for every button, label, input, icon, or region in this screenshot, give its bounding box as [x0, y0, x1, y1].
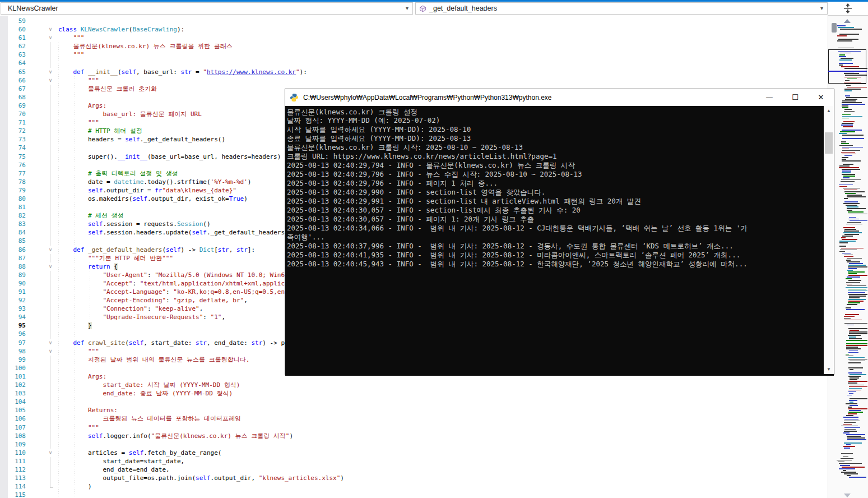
code-line[interactable]: 110∨ articles = self.fetch_by_date_range…: [0, 449, 828, 457]
minimap-line: [843, 470, 846, 471]
minimap-line: [849, 388, 862, 389]
code-text: end_date: 종료 날짜 (YYYY-MM-DD 형식): [58, 389, 233, 398]
fold-chevron-icon[interactable]: ∨: [47, 246, 54, 254]
console-log-line: 2025-08-13 02:40:45,943 - INFO - 범위 내 기사…: [285, 260, 834, 269]
minimap-line: [846, 307, 851, 308]
code-text: headers = self._get_default_headers(): [58, 135, 225, 144]
line-number: 115: [8, 491, 26, 498]
code-line[interactable]: 104: [0, 398, 828, 406]
minimap-line: [843, 227, 855, 228]
code-line[interactable]: 108 self.logger.info("물류신문(klnews.co.kr)…: [0, 432, 828, 440]
code-line[interactable]: 112 end_date=end_date,: [0, 465, 828, 474]
console-log-line: 2025-08-13 02:40:29,794 - INFO - 물류신문(kl…: [285, 161, 834, 170]
console-title-bar[interactable]: C:₩Users₩phylo₩AppData₩Local₩Programs₩Py…: [285, 89, 834, 106]
minimize-button[interactable]: —: [756, 89, 782, 105]
code-line[interactable]: 109: [0, 440, 828, 449]
fold-guide: [50, 102, 50, 110]
chevron-down-icon[interactable]: ▾: [820, 5, 823, 11]
line-number: 87: [8, 254, 26, 262]
minimap-line: [849, 393, 853, 394]
scroll-up-icon[interactable]: [844, 19, 851, 23]
code-text: Args:: [58, 102, 106, 110]
class-combobox[interactable]: KLNewsCrawler ▾: [1, 2, 413, 15]
fold-chevron-icon[interactable]: ∨: [47, 347, 54, 356]
minimap-line: [842, 118, 850, 119]
fold-chevron-icon[interactable]: ∨: [47, 25, 54, 34]
fold-guide: [50, 296, 50, 305]
code-line[interactable]: 115: [0, 491, 828, 498]
scrollbar-down-icon[interactable]: ▼: [824, 365, 834, 374]
code-line[interactable]: 63 """: [0, 50, 828, 59]
split-editor-button[interactable]: [828, 2, 868, 16]
minimap-line: [846, 97, 867, 98]
line-number: 106: [8, 414, 26, 423]
minimap-line: [839, 34, 859, 35]
fold-guide: [50, 220, 50, 228]
line-number: 59: [8, 17, 26, 25]
minimap-line: [844, 421, 860, 422]
minimap-line: [847, 285, 866, 287]
code-line[interactable]: 107 """: [0, 423, 828, 432]
line-number: 73: [8, 135, 26, 144]
code-line[interactable]: 59: [0, 17, 828, 25]
fold-chevron-icon[interactable]: ∨: [47, 339, 54, 347]
python-icon: [290, 93, 299, 102]
code-text: 물류신문 크롤러 초기화: [58, 85, 157, 93]
console-output[interactable]: 물류신문(klnews.co.kr) 크롤링 설정날짜 형식: YYYY-MM-…: [285, 106, 834, 376]
console-window[interactable]: C:₩Users₩phylo₩AppData₩Local₩Programs₩Py…: [285, 89, 834, 375]
fold-chevron-icon[interactable]: ∨: [47, 34, 54, 42]
fold-guide: [50, 93, 50, 102]
chevron-down-icon[interactable]: ▾: [406, 5, 409, 11]
member-combobox[interactable]: _get_default_headers ▾: [415, 2, 828, 15]
scrollbar-up-icon[interactable]: ▲: [824, 106, 834, 116]
code-line[interactable]: 113 output_file=os.path.join(self.output…: [0, 474, 828, 482]
fold-guide: [50, 356, 50, 364]
line-number: 98: [8, 347, 26, 356]
scroll-down-icon[interactable]: [844, 494, 851, 497]
close-button[interactable]: ✕: [808, 89, 834, 105]
code-line[interactable]: 64: [0, 59, 828, 67]
minimap-line: [847, 195, 862, 196]
code-line[interactable]: 61∨ """: [0, 34, 828, 42]
minimap-thumb[interactable]: [832, 23, 837, 33]
minimap-line: [839, 246, 846, 247]
minimap-line: [840, 131, 855, 132]
code-text: self.session = requests.Session(): [58, 220, 211, 228]
code-line[interactable]: 60∨class KLNewsCrawler(BaseCrawling):: [0, 25, 828, 34]
console-scrollbar[interactable]: ▲ ▼: [824, 106, 834, 374]
code-line[interactable]: 66∨ """: [0, 76, 828, 85]
minimap-line: [842, 239, 857, 240]
line-number: 100: [8, 364, 26, 372]
code-text: # 출력 디렉토리 설정 및 생성: [58, 169, 178, 178]
minimap-line: [847, 206, 858, 208]
minimap-line: [850, 220, 867, 222]
fold-guide: [50, 288, 50, 296]
line-number: 93: [8, 305, 26, 313]
line-number: 101: [8, 372, 26, 381]
fold-chevron-icon[interactable]: ∨: [47, 68, 54, 76]
code-line[interactable]: 62 물류신문(klnews.co.kr) 뉴스 크롤링을 위한 클래스: [0, 42, 828, 50]
minimap-line: [846, 278, 852, 279]
fold-chevron-icon[interactable]: ∨: [47, 76, 54, 85]
method-cube-icon: [419, 5, 426, 12]
fold-chevron-icon[interactable]: ∨: [47, 262, 54, 271]
minimap-line: [850, 374, 867, 375]
code-line[interactable]: 106 크롤링된 뉴스 데이터를 포함하는 데이터프레임: [0, 414, 828, 423]
line-number: 107: [8, 423, 26, 432]
minimap-viewport-indicator[interactable]: [828, 49, 866, 84]
code-line[interactable]: 105 Returns:: [0, 406, 828, 414]
code-text: "Accept": "text/html,application/xhtml+x…: [58, 279, 296, 288]
code-line[interactable]: 111 start_date=start_date,: [0, 457, 828, 465]
code-text: """: [58, 34, 84, 42]
code-line[interactable]: 102 start_date: 시작 날짜 (YYYY-MM-DD 형식): [0, 381, 828, 389]
code-line[interactable]: 65∨ def __init__(self, base_url: str = "…: [0, 68, 828, 76]
minimap-line: [848, 372, 862, 374]
code-line[interactable]: 114 ): [0, 482, 828, 491]
maximize-button[interactable]: ☐: [782, 89, 808, 105]
minimap-line: [844, 190, 857, 191]
fold-chevron-icon[interactable]: ∨: [47, 449, 54, 457]
fold-guide: [50, 153, 50, 161]
console-scrollbar-thumb[interactable]: [825, 132, 833, 154]
code-line[interactable]: 103 end_date: 종료 날짜 (YYYY-MM-DD 형식): [0, 389, 828, 398]
minimap-line: [844, 323, 867, 324]
